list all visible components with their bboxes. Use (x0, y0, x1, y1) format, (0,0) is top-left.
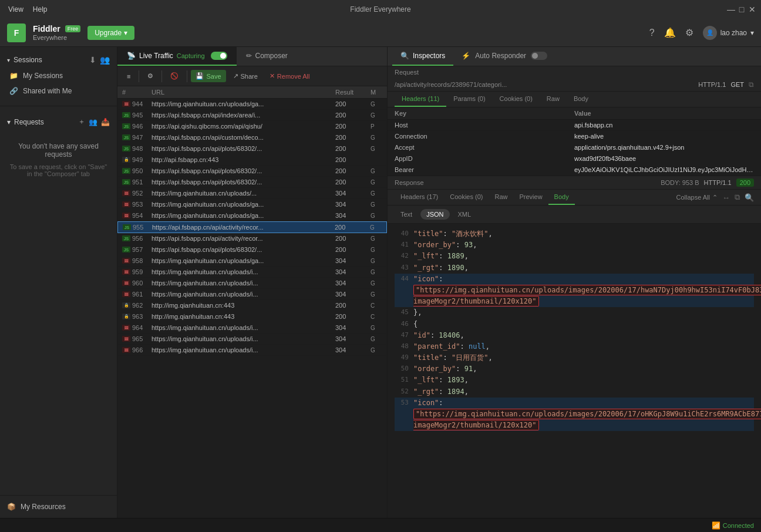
req-subtab-body[interactable]: Body (567, 92, 595, 107)
table-row[interactable]: 🖼 953 https://img.qianhuituan.cn/uploads… (117, 199, 387, 210)
json-line: 50 "order_by": 91, (395, 363, 754, 375)
copy-resp-icon[interactable]: ⧉ (735, 193, 740, 202)
col-result: Result (335, 89, 371, 96)
resp-subtab-headers[interactable]: Headers (17) (395, 190, 444, 205)
header-row: AppID wxad9df20fb436baee (388, 153, 761, 164)
minimize-button[interactable]: — (727, 5, 735, 14)
collapse-icon: ⌃ (712, 194, 718, 201)
sidebar-item-my-sessions[interactable]: 📁 My Sessions (0, 68, 117, 83)
table-row[interactable]: JS 950 https://api.fsbapp.cn/api/plots/6… (117, 166, 387, 177)
bell-icon[interactable]: 🔔 (664, 27, 676, 38)
save-button[interactable]: 💾 Save (191, 70, 225, 82)
settings-icon[interactable]: ⚙ (685, 27, 693, 38)
table-row[interactable]: JS 947 https://api.fsbapp.cn/api/custom/… (117, 132, 387, 143)
json-line: 47 "id": 18406, (395, 330, 754, 341)
table-row[interactable]: 🖼 958 https://img.qianhuituan.cn/uploads… (117, 255, 387, 267)
table-row[interactable]: 🖼 959 https://img.qianhuituan.cn/uploads… (117, 267, 387, 278)
req-subtab-headers[interactable]: Headers (11) (395, 92, 446, 107)
help-menu[interactable]: Help (29, 4, 51, 15)
row-type-icon: 🖼 (122, 280, 130, 286)
capturing-toggle[interactable] (211, 52, 227, 60)
resp-subtab-raw[interactable]: Raw (489, 190, 513, 205)
line-content: "_lft": 1889, (413, 251, 469, 262)
header-row: Connection keep-alive (388, 131, 761, 142)
row-method: G (371, 280, 382, 287)
collapse-all-button[interactable]: Collapse All ⌃ (676, 194, 718, 201)
layout-button[interactable]: ≡ (122, 70, 135, 82)
tab-inspectors[interactable]: 🔍 Inspectors (392, 47, 453, 66)
remove-all-button[interactable]: ✕ Remove All (265, 70, 315, 82)
row-method: G (370, 224, 382, 231)
wrap-icon[interactable]: ↔ (722, 193, 730, 202)
table-row[interactable]: JS 955 https://api.fsbapp.cn/api/activit… (117, 221, 387, 233)
add-request-button[interactable]: ＋ (78, 117, 85, 127)
json-line: 46 { (395, 319, 754, 330)
table-row[interactable]: 🖼 960 https://img.qianhuituan.cn/uploads… (117, 278, 387, 289)
resp-subtab-cookies[interactable]: Cookies (0) (444, 190, 489, 205)
row-result: 304 (335, 190, 371, 197)
delete-button[interactable]: 🚫 (166, 70, 183, 82)
req-subtab-raw[interactable]: Raw (540, 92, 567, 107)
table-row[interactable]: 🖼 952 https://img.qianhuituan.cn/uploads… (117, 188, 387, 199)
my-resources-icon: 📦 (7, 503, 16, 511)
table-row[interactable]: 🖼 966 https://img.qianhuituan.cn/uploads… (117, 345, 387, 356)
help-icon[interactable]: ? (649, 28, 655, 38)
table-row[interactable]: 🖼 954 https://img.qianhuituan.cn/uploads… (117, 210, 387, 221)
format-tab-xml[interactable]: XML (452, 209, 477, 220)
header-key: Connection (395, 133, 574, 140)
table-row[interactable]: JS 946 https://api.qishu.qibcms.com/api/… (117, 121, 387, 132)
row-type-icon: 🖼 (122, 201, 130, 207)
user-menu[interactable]: 👤 lao zhao ▾ (703, 26, 754, 40)
resp-subtab-preview[interactable]: Preview (513, 190, 548, 205)
sessions-share-icon[interactable]: 👥 (100, 55, 110, 65)
line-content: "_rgt": 1894, (413, 386, 469, 398)
json-body: 40 "title": "酒水饮料", 41 "order_by": 93, 4… (388, 224, 761, 518)
table-row[interactable]: 🔒 949 http://api.fsbapp.cn:443 200 (117, 154, 387, 166)
req-subtabs: Headers (11) Params (0) Cookies (0) Raw … (388, 92, 761, 107)
tab-composer[interactable]: ✏ Composer (237, 47, 297, 66)
table-row[interactable]: 🖼 965 https://img.qianhuituan.cn/uploads… (117, 334, 387, 345)
resp-subtab-body[interactable]: Body (548, 190, 575, 205)
maximize-button[interactable]: □ (738, 5, 746, 14)
row-url: https://img.qianhuituan.cn/uploads/i... (151, 324, 335, 331)
table-row[interactable]: 🔒 963 http://img.qianhuituan.cn:443 200 … (117, 311, 387, 322)
close-button[interactable]: ✕ (748, 5, 756, 14)
format-tab-text[interactable]: Text (395, 209, 418, 220)
search-resp-icon[interactable]: 🔍 (745, 193, 754, 202)
upgrade-button[interactable]: Upgrade ▾ (87, 26, 134, 40)
format-tab-json[interactable]: JSON (420, 209, 449, 220)
table-row[interactable]: JS 951 https://api.fsbapp.cn/api/plots/6… (117, 177, 387, 188)
tab-auto-responder[interactable]: ⚡ Auto Responder (453, 47, 555, 66)
line-number: 53 (395, 398, 409, 432)
requests-header[interactable]: ▾ Requests ＋ 👥 📥 (0, 113, 117, 130)
row-method: G (371, 347, 382, 353)
auto-responder-toggle[interactable] (531, 52, 547, 60)
sidebar-item-shared[interactable]: 🔗 Shared with Me (0, 83, 117, 99)
col-num: # (122, 89, 151, 96)
view-menu[interactable]: View (5, 4, 27, 15)
table-row[interactable]: 🔒 962 http://img.qianhuituan.cn:443 200 … (117, 300, 387, 311)
sidebar-item-my-resources[interactable]: 📦 My Resources (7, 500, 110, 513)
req-subtab-cookies[interactable]: Cookies (0) (493, 92, 540, 107)
filter-button[interactable]: ⚙ (143, 70, 158, 82)
table-row[interactable]: 🖼 944 https://img.qianhuituan.cn/uploads… (117, 99, 387, 110)
row-num: 🔒 963 (122, 313, 151, 320)
my-resources-label: My Resources (21, 503, 66, 511)
tab-live-traffic[interactable]: 📡 Live Traffic Capturing (117, 47, 237, 66)
table-row[interactable]: 🖼 964 https://img.qianhuituan.cn/uploads… (117, 322, 387, 334)
request-folder-button[interactable]: 📥 (101, 117, 110, 127)
copy-icon[interactable]: ⧉ (749, 80, 754, 89)
row-num: JS 947 (122, 134, 151, 141)
table-row[interactable]: JS 956 https://api.fsbapp.cn/api/activit… (117, 233, 387, 244)
sessions-header[interactable]: ▾ Sessions ⬇ 👥 (0, 52, 117, 68)
sessions-add-icon[interactable]: ⬇ (89, 55, 96, 65)
table-row[interactable]: 🖼 961 https://img.qianhuituan.cn/uploads… (117, 289, 387, 300)
row-url: https://api.fsbapp.cn/api/custom/deco... (151, 134, 335, 141)
share-button[interactable]: ↗ Share (228, 70, 262, 82)
traffic-table[interactable]: # URL Result M 🖼 944 https://img.qianhui… (117, 86, 387, 518)
req-subtab-params[interactable]: Params (0) (446, 92, 492, 107)
table-row[interactable]: JS 948 https://api.fsbapp.cn/api/plots/6… (117, 143, 387, 154)
request-users-button[interactable]: 👥 (89, 117, 97, 127)
table-row[interactable]: JS 957 https://api.fsbapp.cn/api/plots/6… (117, 244, 387, 255)
table-row[interactable]: JS 945 https://api.fsbapp.cn/api/index/a… (117, 110, 387, 121)
